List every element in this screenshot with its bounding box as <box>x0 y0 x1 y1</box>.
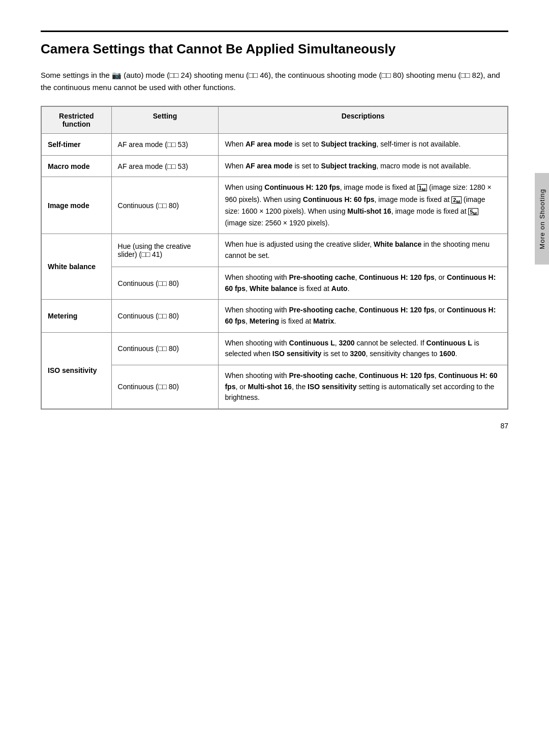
table-row: Macro mode AF area mode (□□ 53) When AF … <box>42 155 508 177</box>
restricted-cell: White balance <box>42 234 112 300</box>
table-row: Continuous (□□ 80) When shooting with Pr… <box>42 365 508 409</box>
description-cell: When shooting with Pre-shooting cache, C… <box>219 365 508 409</box>
table-row: Self-timer AF area mode (□□ 53) When AF … <box>42 134 508 156</box>
setting-cell: Continuous (□□ 80) <box>111 365 219 409</box>
setting-cell: Continuous (□□ 80) <box>111 267 219 299</box>
header-restricted: Restricted function <box>42 107 112 134</box>
table-row: Image mode Continuous (□□ 80) When using… <box>42 177 508 234</box>
setting-cell: Continuous (□□ 80) <box>111 177 219 234</box>
description-cell: When shooting with Pre-shooting cache, C… <box>219 300 508 332</box>
setting-cell: AF area mode (□□ 53) <box>111 134 219 156</box>
description-cell: When AF area mode is set to Subject trac… <box>219 155 508 177</box>
description-cell: When shooting with Continuous L, 3200 ca… <box>219 332 508 365</box>
description-cell: When AF area mode is set to Subject trac… <box>219 134 508 156</box>
sidebar-label: More on Shooting <box>538 189 546 249</box>
restricted-cell: ISO sensitivity <box>42 332 112 409</box>
intro-paragraph: Some settings in the 📷 (auto) mode (□□ 2… <box>41 69 508 94</box>
description-cell: When using Continuous H: 120 fps, image … <box>219 177 508 234</box>
table-row: ISO sensitivity Continuous (□□ 80) When … <box>42 332 508 365</box>
page-title: Camera Settings that Cannot Be Applied S… <box>41 31 508 57</box>
description-cell: When shooting with Pre-shooting cache, C… <box>219 267 508 299</box>
restricted-cell: Metering <box>42 300 112 332</box>
setting-cell: Hue (using the creative slider) (□□ 41) <box>111 234 219 267</box>
restricted-cell: Macro mode <box>42 155 112 177</box>
sidebar-tab: More on Shooting <box>535 173 549 265</box>
table-row: Metering Continuous (□□ 80) When shootin… <box>42 300 508 332</box>
restricted-cell: Self-timer <box>42 134 112 156</box>
description-cell: When hue is adjusted using the creative … <box>219 234 508 267</box>
settings-table-container: Restricted function Setting Descriptions… <box>41 106 508 410</box>
setting-cell: AF area mode (□□ 53) <box>111 155 219 177</box>
setting-cell: Continuous (□□ 80) <box>111 300 219 332</box>
header-descriptions: Descriptions <box>219 107 508 134</box>
settings-table: Restricted function Setting Descriptions… <box>41 106 508 409</box>
table-header-row: Restricted function Setting Descriptions <box>42 107 508 134</box>
setting-cell: Continuous (□□ 80) <box>111 332 219 365</box>
table-row: Continuous (□□ 80) When shooting with Pr… <box>42 267 508 299</box>
table-row: White balance Hue (using the creative sl… <box>42 234 508 267</box>
page: More on Shooting Camera Settings that Ca… <box>0 0 549 450</box>
page-number: 87 <box>500 422 508 430</box>
header-setting: Setting <box>111 107 219 134</box>
restricted-cell: Image mode <box>42 177 112 234</box>
